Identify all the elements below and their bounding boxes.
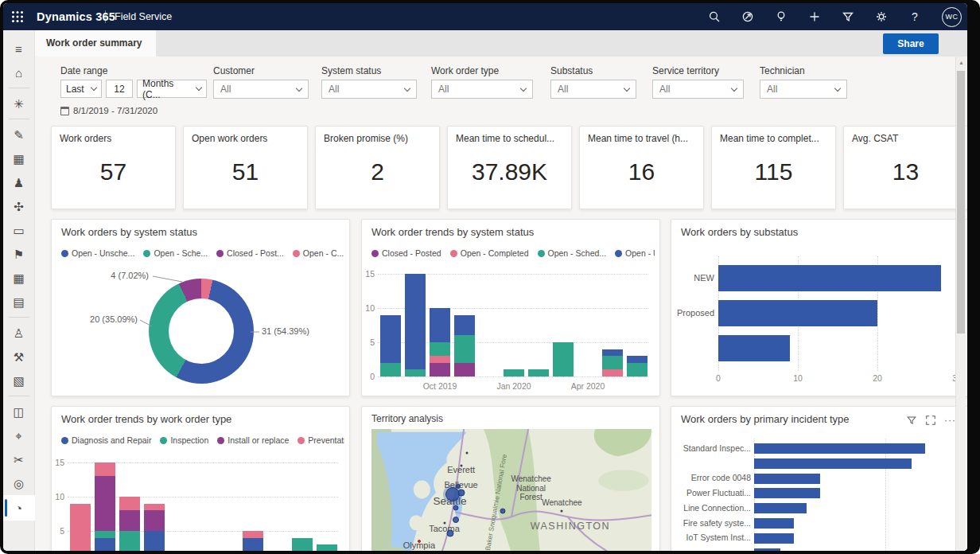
filter-dropdown-service-territory[interactable]: All [652, 80, 744, 99]
circled-arrow-icon[interactable] [741, 10, 754, 23]
bar-segment[interactable] [380, 363, 401, 376]
legend-item[interactable]: Open - Sched... [538, 248, 607, 258]
bar-segment[interactable] [454, 315, 475, 336]
main-scrollbar[interactable]: ▲ [955, 57, 966, 551]
date-unit-dropdown[interactable]: Months (C... [137, 80, 207, 98]
legend-item[interactable]: Open - Unsc... [615, 248, 655, 258]
bar-segment[interactable] [317, 544, 337, 551]
bar[interactable] [754, 474, 820, 484]
bar-segment[interactable] [454, 363, 475, 376]
sidebar-item-resources[interactable]: ♟ [3, 170, 35, 194]
legend-item[interactable]: Preventative Mai... [298, 435, 344, 445]
brand-title[interactable]: Dynamics 365 [37, 10, 115, 23]
scrollbar-thumb[interactable] [957, 71, 965, 334]
bar[interactable] [718, 265, 941, 291]
sidebar-item-contacts[interactable]: ♙ [3, 321, 35, 345]
bar-segment[interactable] [243, 538, 263, 551]
bar-segment[interactable] [430, 308, 450, 342]
date-value-input[interactable]: 12 [106, 80, 133, 98]
map-bubble[interactable] [456, 484, 461, 489]
bar-segment[interactable] [528, 369, 549, 376]
map-bubble[interactable] [457, 489, 465, 496]
bar-segment[interactable] [144, 510, 165, 531]
sidebar-item-dashboards[interactable]: ◔ [3, 495, 35, 521]
bar[interactable] [754, 488, 820, 498]
bar-segment[interactable] [95, 462, 115, 476]
bar-segment[interactable] [405, 369, 426, 376]
user-avatar[interactable]: WC [942, 7, 962, 27]
search-icon[interactable] [708, 10, 721, 23]
sidebar-item-tools[interactable]: ⚒ [3, 345, 35, 369]
share-button[interactable]: Share [883, 33, 939, 54]
bar[interactable] [754, 458, 912, 469]
sidebar-item-recent[interactable]: ✳ [3, 92, 35, 115]
bar-segment[interactable] [553, 342, 574, 376]
map-bubble[interactable] [453, 517, 459, 523]
bar[interactable] [754, 443, 925, 454]
territory-map[interactable]: EverettBellevueSeattleTacomaOlympiaWenat… [371, 429, 651, 551]
bar-segment[interactable] [144, 504, 165, 511]
bar-segment[interactable] [430, 363, 450, 376]
sidebar-item-documents[interactable]: ▧ [3, 369, 35, 392]
bar-segment[interactable] [119, 497, 140, 510]
filter-dropdown-technician[interactable]: All [760, 80, 847, 99]
sidebar-item-invoices[interactable]: ▤ [3, 290, 35, 314]
bar-segment[interactable] [602, 356, 623, 369]
add-icon[interactable] [808, 10, 821, 23]
more-options-icon[interactable]: ··· [944, 415, 956, 426]
date-mode-dropdown[interactable]: Last [60, 80, 102, 98]
filter-dropdown-work-order-type[interactable]: All [431, 80, 533, 99]
bar-segment[interactable] [602, 369, 623, 376]
bar-segment[interactable] [430, 342, 450, 356]
bar-segment[interactable] [95, 531, 115, 538]
map-bubble[interactable] [453, 505, 458, 510]
bar-segment[interactable] [454, 335, 475, 362]
bar-segment[interactable] [602, 349, 623, 357]
bar-segment[interactable] [430, 356, 450, 363]
legend-item[interactable]: Open - Completed [450, 248, 529, 258]
legend-item[interactable]: Open - Unsche... [61, 248, 134, 258]
bar-segment[interactable] [405, 274, 426, 369]
bar-segment[interactable] [119, 510, 140, 531]
app-name[interactable]: Field Service [115, 11, 172, 22]
sidebar-item-bookings[interactable]: ⚑ [3, 242, 35, 266]
filter-icon[interactable] [906, 415, 917, 426]
help-icon[interactable]: ? [908, 10, 921, 23]
sidebar-item-work-orders[interactable]: ✎ [3, 123, 35, 146]
bar[interactable] [754, 548, 780, 551]
tab-work-order-summary[interactable]: Work order summary [35, 30, 156, 57]
bar-segment[interactable] [292, 538, 313, 551]
bar[interactable] [718, 300, 877, 326]
sidebar-item-resource-groups[interactable]: ✣ [3, 194, 35, 218]
sidebar-item-accounts[interactable]: ▭ [3, 218, 35, 242]
legend-item[interactable]: Diagnosis and Repair [61, 435, 151, 445]
bar-segment[interactable] [119, 531, 140, 551]
sidebar-item-iot-devices[interactable]: ◎ [3, 471, 35, 495]
filter-icon[interactable] [842, 10, 854, 23]
sidebar-item-connections[interactable]: ✂ [3, 447, 35, 471]
lightbulb-icon[interactable] [775, 10, 788, 23]
sidebar-item-menu[interactable]: ≡ [3, 37, 35, 60]
filter-dropdown-system-status[interactable]: All [321, 80, 417, 99]
legend-item[interactable]: Open - Sche... [143, 248, 208, 258]
map-bubble[interactable] [418, 540, 421, 543]
filter-dropdown-customer[interactable]: All [213, 80, 309, 99]
settings-icon[interactable] [875, 10, 888, 23]
bar[interactable] [754, 503, 807, 513]
focus-mode-icon[interactable] [925, 415, 936, 426]
bar-segment[interactable] [243, 531, 263, 538]
legend-item[interactable]: Closed - Post... [216, 248, 284, 258]
bar-segment[interactable] [95, 538, 115, 551]
bar-segment[interactable] [627, 356, 648, 363]
bar-segment[interactable] [70, 504, 91, 551]
sidebar-item-home[interactable]: ⌂ [3, 60, 35, 84]
scrollbar-up-arrow[interactable]: ▲ [959, 60, 964, 65]
map-bubble[interactable] [446, 530, 453, 537]
bar[interactable] [754, 518, 794, 529]
bar[interactable] [718, 335, 790, 361]
legend-item[interactable]: Closed - Posted [371, 248, 441, 258]
sidebar-item-schedule-board[interactable]: ▦ [3, 146, 35, 170]
bar[interactable] [754, 533, 794, 544]
bar-segment[interactable] [144, 531, 165, 551]
bar-segment[interactable] [504, 369, 524, 376]
